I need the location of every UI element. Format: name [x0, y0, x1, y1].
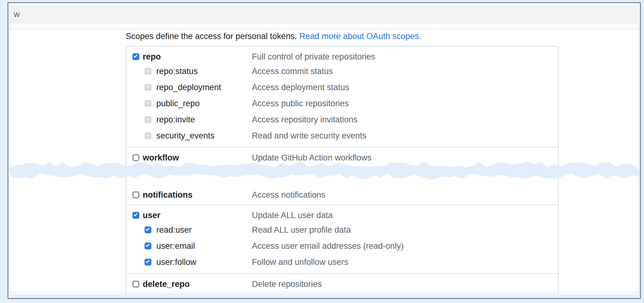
- security-events-checkbox: [145, 132, 151, 139]
- scope-label: repo:invite: [156, 115, 252, 125]
- scope-row-repo-deployment: repo_deployment Access deployment status: [126, 79, 558, 95]
- repo-deployment-checkbox: [145, 84, 151, 91]
- scope-description: Full control of private repositories: [252, 52, 375, 62]
- scope-row-delete-repo: delete_repo Delete repositories: [126, 278, 558, 291]
- check-icon: [134, 54, 138, 58]
- scope-row-public-repo: public_repo Access public repositories: [126, 95, 558, 112]
- bottom-divider: [8, 292, 640, 292]
- repo-checkbox[interactable]: [132, 53, 139, 60]
- check-icon: [146, 243, 150, 247]
- check-icon: [146, 227, 150, 231]
- scopes-intro-text: Scopes define the access for personal to…: [126, 32, 297, 41]
- check-icon: [146, 117, 150, 121]
- scope-row-read-user: read:user Read ALL user profile data: [126, 222, 558, 238]
- scope-description: Access user email addresses (read-only): [252, 241, 404, 251]
- scope-description: Access commit status: [252, 67, 333, 76]
- scope-row-user: user Update ALL user data: [126, 209, 558, 222]
- check-icon: [146, 259, 150, 263]
- scope-description: Delete repositories: [252, 279, 322, 289]
- scope-description: Access notifications: [252, 190, 325, 200]
- scope-description: Access public repositories: [252, 99, 349, 108]
- scope-label: user:follow: [156, 257, 252, 267]
- read-user-checkbox[interactable]: [145, 226, 151, 233]
- scope-description: Update ALL user data: [252, 211, 333, 220]
- scope-label: read:user: [156, 225, 252, 235]
- scope-label: repo:status: [156, 67, 252, 76]
- browser-window: w Scopes define the access for personal …: [7, 2, 641, 299]
- scope-label: security_events: [156, 131, 252, 141]
- scope-row-security-events: security_events Read and write security …: [126, 128, 558, 144]
- top-bar-text: w: [14, 10, 20, 19]
- scope-label: delete_repo: [143, 279, 252, 289]
- scope-group-user: user Update ALL user data read:user Read…: [126, 204, 558, 273]
- user-follow-checkbox[interactable]: [145, 259, 151, 266]
- scope-label: notifications: [143, 190, 252, 200]
- scope-description: Access deployment status: [252, 83, 349, 92]
- scope-row-user-follow: user:follow Follow and unfollow users: [126, 254, 558, 270]
- top-bar[interactable]: w: [10, 5, 638, 24]
- top-bar-divider: [8, 29, 640, 29]
- public-repo-checkbox: [145, 100, 151, 107]
- check-icon: [146, 133, 150, 137]
- repo-status-checkbox: [145, 68, 151, 75]
- notifications-checkbox[interactable]: [132, 191, 139, 198]
- bottom-edge-strip: [8, 294, 640, 298]
- check-icon: [134, 213, 138, 217]
- scope-description: Read ALL user profile data: [252, 225, 351, 235]
- user-checkbox[interactable]: [132, 212, 139, 219]
- scope-label: public_repo: [156, 99, 252, 108]
- scope-label: user: [143, 211, 252, 220]
- scope-label: user:email: [156, 241, 252, 251]
- scope-group-repo: repo Full control of private repositorie…: [126, 46, 558, 147]
- scope-row-notifications: notifications Access notifications: [126, 188, 558, 201]
- scope-description: Access repository invitations: [252, 115, 358, 125]
- delete-repo-checkbox[interactable]: [132, 281, 139, 288]
- repo-invite-checkbox: [145, 116, 151, 123]
- scope-row-repo: repo Full control of private repositorie…: [126, 50, 558, 63]
- scope-row-repo-status: repo:status Access commit status: [126, 63, 558, 79]
- scope-label: repo: [143, 52, 252, 62]
- scopes-intro: Scopes define the access for personal to…: [126, 30, 559, 42]
- torn-screenshot-band: [8, 160, 640, 181]
- check-icon: [146, 85, 150, 89]
- scope-description: Follow and unfollow users: [252, 257, 348, 267]
- check-icon: [146, 101, 150, 105]
- scope-row-user-email: user:email Access user email addresses (…: [126, 238, 558, 254]
- scope-group-notifications: notifications Access notifications: [126, 185, 558, 204]
- scope-group-delete-repo: delete_repo Delete repositories: [126, 273, 558, 294]
- scope-description: Read and write security events: [252, 131, 366, 141]
- user-email-checkbox[interactable]: [145, 243, 151, 249]
- check-icon: [146, 68, 150, 72]
- oauth-scopes-link[interactable]: Read more about OAuth scopes.: [299, 32, 421, 41]
- scope-label: repo_deployment: [156, 83, 252, 92]
- scope-row-repo-invite: repo:invite Access repository invitation…: [126, 112, 558, 128]
